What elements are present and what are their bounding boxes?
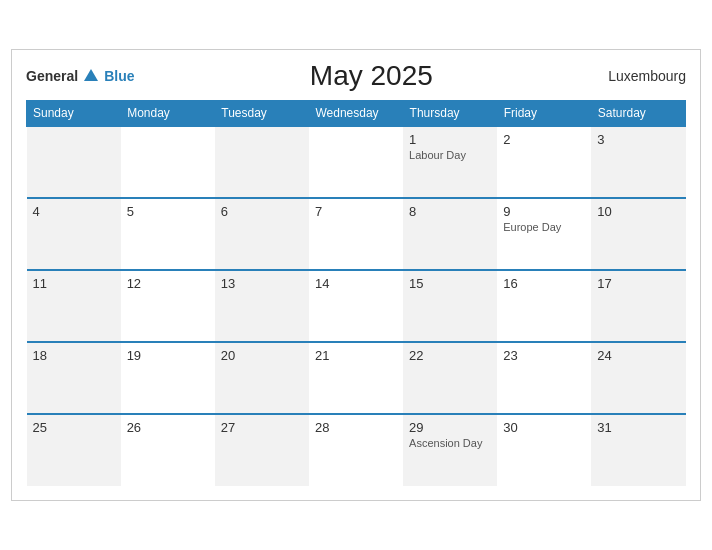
date-number: 8 xyxy=(409,204,491,219)
day-cell: 6 xyxy=(215,198,309,270)
day-cell: 16 xyxy=(497,270,591,342)
week-row-4: 18192021222324 xyxy=(27,342,686,414)
date-number: 30 xyxy=(503,420,585,435)
day-cell: 12 xyxy=(121,270,215,342)
day-cell: 3 xyxy=(591,126,685,198)
date-number: 20 xyxy=(221,348,303,363)
week-row-5: 2526272829Ascension Day3031 xyxy=(27,414,686,486)
date-number: 14 xyxy=(315,276,397,291)
column-header-tuesday: Tuesday xyxy=(215,101,309,127)
date-number: 15 xyxy=(409,276,491,291)
logo-icon xyxy=(82,67,100,85)
date-number: 5 xyxy=(127,204,209,219)
holiday-label: Europe Day xyxy=(503,221,585,233)
day-cell: 29Ascension Day xyxy=(403,414,497,486)
column-header-row: SundayMondayTuesdayWednesdayThursdayFrid… xyxy=(27,101,686,127)
date-number: 26 xyxy=(127,420,209,435)
date-number: 24 xyxy=(597,348,679,363)
column-header-saturday: Saturday xyxy=(591,101,685,127)
day-cell: 23 xyxy=(497,342,591,414)
column-header-thursday: Thursday xyxy=(403,101,497,127)
date-number: 6 xyxy=(221,204,303,219)
date-number: 7 xyxy=(315,204,397,219)
day-cell xyxy=(27,126,121,198)
week-row-1: 1Labour Day23 xyxy=(27,126,686,198)
column-header-friday: Friday xyxy=(497,101,591,127)
day-cell: 20 xyxy=(215,342,309,414)
day-cell: 24 xyxy=(591,342,685,414)
calendar-title: May 2025 xyxy=(310,60,433,92)
column-header-monday: Monday xyxy=(121,101,215,127)
logo-general-text: General xyxy=(26,68,78,84)
date-number: 17 xyxy=(597,276,679,291)
date-number: 31 xyxy=(597,420,679,435)
date-number: 19 xyxy=(127,348,209,363)
holiday-label: Ascension Day xyxy=(409,437,491,449)
date-number: 27 xyxy=(221,420,303,435)
day-cell: 30 xyxy=(497,414,591,486)
week-row-2: 456789Europe Day10 xyxy=(27,198,686,270)
date-number: 11 xyxy=(33,276,115,291)
day-cell: 25 xyxy=(27,414,121,486)
day-cell: 19 xyxy=(121,342,215,414)
day-cell: 2 xyxy=(497,126,591,198)
column-header-sunday: Sunday xyxy=(27,101,121,127)
day-cell xyxy=(309,126,403,198)
day-cell: 13 xyxy=(215,270,309,342)
day-cell: 8 xyxy=(403,198,497,270)
date-number: 12 xyxy=(127,276,209,291)
date-number: 10 xyxy=(597,204,679,219)
day-cell: 10 xyxy=(591,198,685,270)
day-cell xyxy=(215,126,309,198)
date-number: 2 xyxy=(503,132,585,147)
holiday-label: Labour Day xyxy=(409,149,491,161)
day-cell: 21 xyxy=(309,342,403,414)
day-cell: 17 xyxy=(591,270,685,342)
svg-marker-0 xyxy=(84,69,98,81)
day-cell: 27 xyxy=(215,414,309,486)
week-row-3: 11121314151617 xyxy=(27,270,686,342)
date-number: 22 xyxy=(409,348,491,363)
day-cell: 28 xyxy=(309,414,403,486)
date-number: 25 xyxy=(33,420,115,435)
day-cell: 26 xyxy=(121,414,215,486)
calendar-grid: SundayMondayTuesdayWednesdayThursdayFrid… xyxy=(26,100,686,486)
date-number: 16 xyxy=(503,276,585,291)
day-cell: 7 xyxy=(309,198,403,270)
calendar-header: General Blue May 2025 Luxembourg xyxy=(26,60,686,92)
day-cell: 18 xyxy=(27,342,121,414)
day-cell: 1Labour Day xyxy=(403,126,497,198)
date-number: 23 xyxy=(503,348,585,363)
calendar-container: General Blue May 2025 Luxembourg SundayM… xyxy=(11,49,701,501)
date-number: 3 xyxy=(597,132,679,147)
day-cell: 14 xyxy=(309,270,403,342)
date-number: 4 xyxy=(33,204,115,219)
column-header-wednesday: Wednesday xyxy=(309,101,403,127)
date-number: 21 xyxy=(315,348,397,363)
date-number: 18 xyxy=(33,348,115,363)
date-number: 1 xyxy=(409,132,491,147)
logo: General Blue xyxy=(26,67,134,85)
day-cell: 9Europe Day xyxy=(497,198,591,270)
calendar-country: Luxembourg xyxy=(608,68,686,84)
day-cell: 31 xyxy=(591,414,685,486)
day-cell: 11 xyxy=(27,270,121,342)
logo-blue-text: Blue xyxy=(104,68,134,84)
day-cell: 22 xyxy=(403,342,497,414)
day-cell: 4 xyxy=(27,198,121,270)
day-cell: 15 xyxy=(403,270,497,342)
day-cell xyxy=(121,126,215,198)
day-cell: 5 xyxy=(121,198,215,270)
date-number: 9 xyxy=(503,204,585,219)
date-number: 28 xyxy=(315,420,397,435)
date-number: 29 xyxy=(409,420,491,435)
date-number: 13 xyxy=(221,276,303,291)
